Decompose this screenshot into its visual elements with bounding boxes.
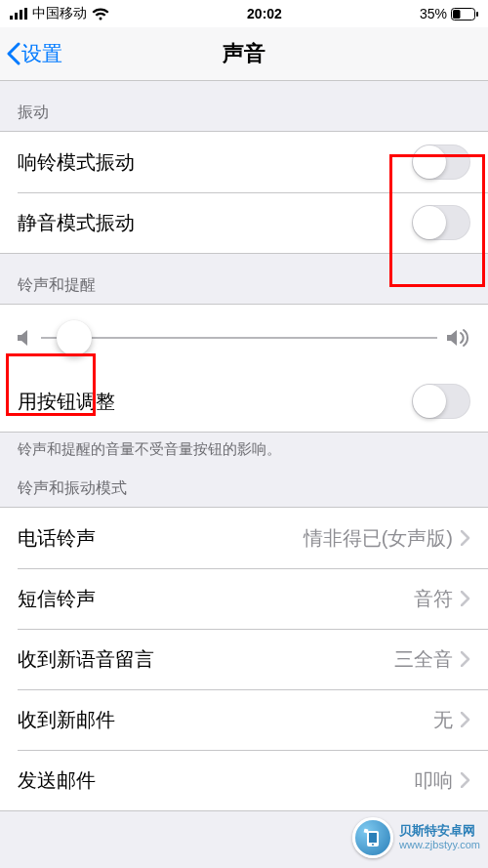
row-change-with-buttons[interactable]: 用按钮调整	[0, 371, 488, 432]
watermark-name: 贝斯特安卓网	[399, 824, 480, 839]
row-value: 音符	[414, 586, 453, 612]
page-title: 声音	[0, 39, 488, 68]
watermark-url: www.zjbstyy.com	[399, 839, 480, 851]
slider-thumb[interactable]	[57, 320, 92, 355]
status-bar: 中国移动 20:02 35%	[0, 0, 488, 27]
watermark: 贝斯特安卓网 www.zjbstyy.com	[352, 817, 480, 858]
row-label: 收到新语音留言	[18, 646, 394, 673]
volume-high-icon	[447, 328, 470, 348]
nav-header: 设置 声音	[0, 27, 488, 81]
row-label: 发送邮件	[18, 767, 414, 794]
row-label: 短信铃声	[18, 586, 414, 612]
row-sent-mail[interactable]: 发送邮件 叩响	[0, 750, 488, 810]
section-footer-ringer: 铃声和提醒的音量不受音量按钮的影响。	[0, 433, 488, 469]
row-ring-vibrate[interactable]: 响铃模式振动	[0, 132, 488, 192]
row-value: 三全音	[394, 646, 453, 673]
row-new-mail[interactable]: 收到新邮件 无	[0, 689, 488, 750]
watermark-logo-icon	[352, 817, 393, 858]
silent-vibrate-toggle[interactable]	[412, 205, 470, 240]
row-label: 静音模式振动	[18, 210, 412, 236]
group-patterns: 电话铃声 情非得已(女声版) 短信铃声 音符 收到新语音留言 三全音 收到新邮件…	[0, 507, 488, 811]
volume-low-icon	[18, 329, 31, 347]
change-with-buttons-toggle[interactable]	[412, 384, 470, 419]
svg-rect-5	[453, 10, 461, 19]
row-value: 无	[433, 707, 453, 733]
row-label: 用按钮调整	[18, 389, 412, 415]
chevron-right-icon	[461, 591, 470, 606]
volume-slider-row	[0, 305, 488, 371]
back-button[interactable]: 设置	[0, 40, 62, 67]
row-label: 收到新邮件	[18, 707, 433, 733]
signal-icon	[10, 8, 27, 20]
chevron-right-icon	[461, 772, 470, 788]
chevron-right-icon	[461, 530, 470, 546]
section-header-ringer: 铃声和提醒	[0, 254, 488, 304]
chevron-left-icon	[6, 42, 21, 65]
row-text-tone[interactable]: 短信铃声 音符	[0, 568, 488, 629]
svg-rect-2	[20, 10, 22, 20]
svg-point-9	[372, 844, 374, 846]
carrier-label: 中国移动	[32, 5, 87, 22]
row-label: 响铃模式振动	[18, 149, 412, 176]
volume-slider[interactable]	[41, 337, 437, 339]
back-label: 设置	[21, 40, 62, 67]
svg-rect-8	[369, 833, 377, 843]
battery-label: 35%	[420, 6, 447, 21]
chevron-right-icon	[461, 712, 470, 727]
ring-vibrate-toggle[interactable]	[412, 145, 470, 180]
svg-rect-1	[15, 13, 18, 20]
row-label: 电话铃声	[18, 525, 304, 552]
wifi-icon	[92, 8, 109, 21]
group-ringer: 用按钮调整	[0, 304, 488, 433]
battery-icon	[451, 8, 478, 21]
group-vibration: 响铃模式振动 静音模式振动	[0, 131, 488, 254]
section-header-patterns: 铃声和振动模式	[0, 469, 488, 507]
section-header-vibration: 振动	[0, 81, 488, 131]
row-new-voicemail[interactable]: 收到新语音留言 三全音	[0, 629, 488, 689]
svg-rect-6	[476, 12, 478, 17]
row-silent-vibrate[interactable]: 静音模式振动	[0, 192, 488, 253]
svg-rect-0	[10, 16, 13, 20]
row-value: 情非得已(女声版)	[304, 525, 453, 552]
time-label: 20:02	[247, 6, 282, 21]
row-ringtone[interactable]: 电话铃声 情非得已(女声版)	[0, 508, 488, 568]
svg-rect-3	[24, 8, 27, 20]
chevron-right-icon	[461, 651, 470, 667]
row-value: 叩响	[414, 767, 453, 794]
